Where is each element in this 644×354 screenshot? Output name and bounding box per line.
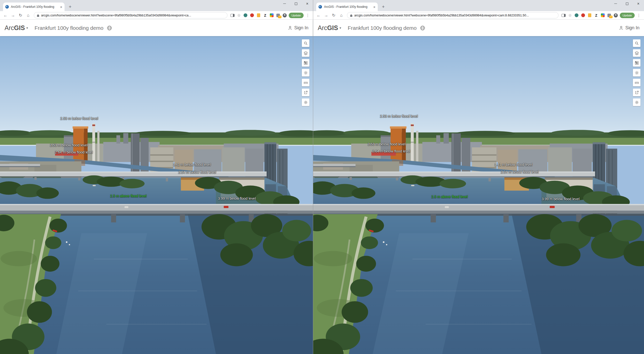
maximize-button[interactable] (290, 0, 302, 7)
chrome-update-button[interactable]: Update (289, 13, 304, 18)
browser-window-right: ArcGIS - Frankfurt 100y flooding × + × ←… (313, 0, 644, 354)
browser-menu-icon[interactable]: ⋮ (305, 13, 311, 18)
url-text: arcgis.com/home/webscene/viewer.html?web… (41, 14, 224, 17)
scene-viewport[interactable]: 2.53 m below flood level2.53 m below flo… (313, 36, 644, 354)
scene-tool-stack (302, 39, 309, 106)
browser-menu-icon[interactable]: ⋮ (636, 13, 642, 18)
bookmark-star-icon[interactable]: ☆ (568, 13, 573, 18)
chrome-update-button[interactable]: Update (620, 13, 635, 18)
address-bar[interactable]: arcgis.com/home/webscene/viewer.html?web… (34, 12, 227, 18)
tab-strip: ArcGIS - Frankfurt 100y flooding × + × (0, 0, 313, 11)
extension-icon[interactable] (269, 13, 274, 18)
share-tool-button[interactable] (633, 89, 640, 96)
extension-icon[interactable]: 23 (607, 13, 612, 18)
maximize-button[interactable] (621, 0, 633, 7)
basemap-tool-button[interactable] (302, 59, 309, 67)
extension-icon[interactable] (243, 13, 248, 18)
webscene-3d-view[interactable] (0, 36, 313, 354)
scene-title: Frankfurt 100y flooding demo (35, 25, 103, 31)
new-tab-button[interactable]: + (380, 3, 386, 11)
arcgis-favicon-icon (318, 5, 322, 9)
scene-canvas[interactable] (0, 36, 313, 354)
tab-close-icon[interactable]: × (373, 5, 375, 9)
arcgis-header: ArcGIS ▾ Frankfurt 100y flooding demo Si… (0, 20, 313, 36)
side-panel-icon[interactable] (561, 13, 566, 18)
extension-badge: 23 (609, 16, 612, 18)
side-panel-icon[interactable] (230, 13, 235, 18)
browser-window-left: ArcGIS - Frankfurt 100y flooding × + × ←… (0, 0, 313, 354)
back-icon[interactable]: ← (2, 12, 9, 18)
lock-icon (37, 14, 39, 17)
sign-in-button[interactable]: Sign In (619, 25, 639, 31)
reload-icon[interactable]: ↻ (17, 12, 24, 18)
tab-strip: ArcGIS - Frankfurt 100y flooding × + × (313, 0, 644, 11)
measure-tool-button[interactable] (633, 79, 640, 86)
back-icon[interactable]: ← (315, 12, 322, 18)
home-icon[interactable]: ⌂ (338, 12, 344, 18)
bookmark-star-icon[interactable]: ☆ (237, 13, 242, 18)
extension-icon[interactable] (587, 13, 592, 18)
new-tab-button[interactable]: + (67, 3, 73, 11)
reload-icon[interactable]: ↻ (331, 12, 337, 18)
browser-toolbar: ← → ↻ ⌂ arcgis.com/home/webscene/viewer.… (313, 11, 644, 20)
profile-avatar-icon[interactable] (282, 13, 287, 18)
tab-title: ArcGIS - Frankfurt 100y flooding (324, 5, 371, 9)
extension-icon[interactable] (256, 13, 261, 18)
person-icon (619, 26, 624, 30)
extension-icon[interactable] (580, 13, 586, 18)
layers-tool-button[interactable] (633, 49, 640, 57)
profile-avatar-icon[interactable] (613, 13, 619, 18)
extension-icon[interactable]: Z (262, 13, 268, 18)
extension-icon[interactable]: 23 (276, 13, 281, 18)
forward-icon[interactable]: → (323, 12, 329, 18)
basemap-tool-button[interactable] (633, 59, 640, 67)
tab-title: ArcGIS - Frankfurt 100y flooding (11, 5, 58, 9)
url-text: arcgis.com/home/webscene/viewer.html?web… (354, 14, 555, 17)
arcgis-logo[interactable]: ArcGIS (318, 24, 338, 32)
search-tool-button[interactable] (633, 39, 640, 47)
desktop: ArcGIS - Frankfurt 100y flooding × + × ←… (0, 0, 644, 354)
scene-canvas[interactable] (313, 36, 644, 354)
window-controls: × (610, 0, 644, 7)
extension-icon[interactable]: Z (594, 13, 599, 18)
browser-toolbar: ← → ↻ ⌂ arcgis.com/home/webscene/viewer.… (0, 11, 313, 20)
sign-in-button[interactable]: Sign In (288, 25, 308, 31)
globe-icon[interactable] (420, 25, 425, 31)
person-icon (288, 26, 292, 30)
arcgis-header: ArcGIS ▾ Frankfurt 100y flooding demo Si… (313, 20, 644, 36)
chevron-down-icon[interactable]: ▾ (340, 26, 341, 30)
forward-icon[interactable]: → (10, 12, 16, 18)
globe-icon[interactable] (107, 25, 112, 31)
extension-badge: 23 (278, 16, 281, 18)
window-controls: × (279, 0, 313, 7)
chevron-down-icon[interactable]: ▾ (26, 26, 28, 30)
browser-tab[interactable]: ArcGIS - Frankfurt 100y flooding × (3, 3, 65, 11)
layers-tool-button[interactable] (302, 49, 309, 57)
scene-viewport[interactable]: 2.53 m below flood level2.53 m below flo… (0, 36, 313, 354)
arcgis-favicon-icon (5, 5, 9, 9)
home-icon[interactable]: ⌂ (25, 12, 31, 18)
address-bar[interactable]: arcgis.com/home/webscene/viewer.html?web… (347, 12, 559, 18)
tab-close-icon[interactable]: × (60, 5, 62, 9)
arcgis-logo[interactable]: ArcGIS (5, 24, 25, 32)
scene-tool-stack (633, 39, 640, 106)
measure-tool-button[interactable] (302, 79, 309, 86)
settings-tool-button[interactable] (633, 98, 640, 106)
extension-icon[interactable] (574, 13, 579, 18)
extension-icon[interactable] (600, 13, 605, 18)
scene-title: Frankfurt 100y flooding demo (348, 25, 417, 31)
daylight-tool-button[interactable] (302, 69, 309, 77)
minimize-button[interactable] (610, 0, 621, 7)
window-close-button[interactable]: × (633, 0, 644, 7)
webscene-3d-view[interactable] (313, 36, 644, 354)
extension-icon[interactable] (249, 13, 255, 18)
daylight-tool-button[interactable] (633, 69, 640, 77)
search-tool-button[interactable] (302, 39, 309, 47)
minimize-button[interactable] (279, 0, 290, 7)
browser-tab[interactable]: ArcGIS - Frankfurt 100y flooding × (316, 3, 378, 11)
lock-icon (350, 14, 353, 17)
settings-tool-button[interactable] (302, 98, 309, 106)
share-tool-button[interactable] (302, 89, 309, 96)
window-close-button[interactable]: × (302, 0, 313, 7)
